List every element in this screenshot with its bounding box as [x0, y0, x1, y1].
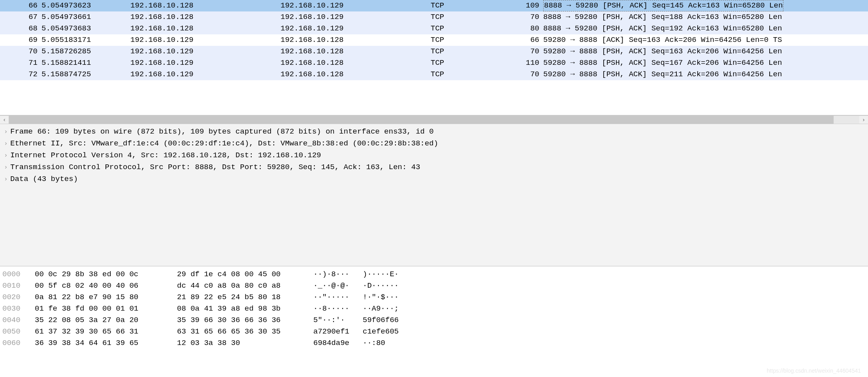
col-dst: 192.168.10.128 [281, 57, 431, 69]
col-len: 110 [514, 57, 543, 69]
col-time: 5.054973623 [41, 0, 130, 11]
col-dst: 192.168.10.129 [281, 23, 431, 34]
col-no: 67 [4, 11, 41, 23]
col-info: 8888 → 59280 [PSH, ACK] Seq=145 Ack=163 … [543, 0, 868, 11]
col-time: 5.055183171 [41, 34, 130, 46]
info-text: 59280 → 8888 [ACK] Seq=163 Ack=206 Win=6… [543, 34, 782, 46]
col-time: 5.054973683 [41, 23, 130, 34]
hex-ascii-group1: ··)·8··· [313, 269, 363, 280]
hex-ascii-group2: ··A9···; [363, 303, 399, 315]
col-dst: 192.168.10.128 [281, 34, 431, 46]
hex-bytes-group1: 01 fe 38 fd 00 00 01 01 [35, 303, 177, 315]
info-text: 8888 → 59280 [PSH, ACK] Seq=145 Ack=163 … [543, 0, 783, 11]
scroll-thumb[interactable] [9, 116, 834, 124]
hex-row[interactable]: 005061 37 32 39 30 65 66 3163 31 65 66 6… [2, 326, 868, 337]
detail-row[interactable]: ›Transmission Control Protocol, Src Port… [0, 161, 868, 173]
hex-offset: 0060 [2, 337, 35, 349]
hex-offset: 0030 [2, 303, 35, 315]
col-len: 70 [514, 69, 543, 80]
hex-bytes-group2: 08 0a 41 39 a8 ed 98 3b [177, 303, 313, 315]
col-proto: TCP [431, 0, 514, 11]
hex-row[interactable]: 001000 5f c8 02 40 00 40 06dc 44 c0 a8 0… [2, 280, 868, 292]
col-no: 66 [4, 0, 41, 11]
expand-icon[interactable]: › [2, 175, 10, 183]
hex-row[interactable]: 004035 22 08 05 3a 27 0a 2035 39 66 30 3… [2, 315, 868, 326]
packet-list-pane[interactable]: 665.054973623192.168.10.128192.168.10.12… [0, 0, 868, 115]
packet-row[interactable]: 695.055183171192.168.10.129192.168.10.12… [0, 34, 868, 46]
col-proto: TCP [431, 34, 514, 46]
col-src: 192.168.10.129 [130, 69, 281, 80]
info-text: 8888 → 59280 [PSH, ACK] Seq=188 Ack=163 … [543, 11, 782, 23]
detail-text: Transmission Control Protocol, Src Port:… [10, 163, 420, 172]
scroll-right-icon[interactable]: › [859, 117, 868, 123]
col-info: 8888 → 59280 [PSH, ACK] Seq=188 Ack=163 … [543, 11, 868, 23]
col-time: 5.054973661 [41, 11, 130, 23]
hex-row[interactable]: 000000 0c 29 8b 38 ed 00 0c29 df 1e c4 0… [2, 269, 868, 280]
packet-list-hscrollbar[interactable]: ‹ › [0, 115, 868, 124]
hex-bytes-group2: 29 df 1e c4 08 00 45 00 [177, 269, 313, 280]
detail-row[interactable]: ›Frame 66: 109 bytes on wire (872 bits),… [0, 126, 868, 138]
packet-bytes-pane[interactable]: 000000 0c 29 8b 38 ed 00 0c29 df 1e c4 0… [0, 266, 868, 349]
hex-ascii-group2: ··:80 [363, 337, 385, 349]
col-time: 5.158726285 [41, 46, 130, 57]
hex-ascii-group2: )·····E· [363, 269, 399, 280]
detail-text: Data (43 bytes) [10, 175, 78, 183]
hex-offset: 0000 [2, 269, 35, 280]
col-len: 109 [514, 0, 543, 11]
col-dst: 192.168.10.129 [281, 0, 431, 11]
hex-bytes-group1: 36 39 38 34 64 61 39 65 [35, 337, 177, 349]
packet-row[interactable]: 665.054973623192.168.10.128192.168.10.12… [0, 0, 868, 11]
col-dst: 192.168.10.128 [281, 46, 431, 57]
col-src: 192.168.10.129 [130, 46, 281, 57]
expand-icon[interactable]: › [2, 128, 10, 135]
hex-row[interactable]: 006036 39 38 34 64 61 39 6512 03 3a 38 3… [2, 337, 868, 349]
expand-icon[interactable]: › [2, 152, 10, 159]
packet-row[interactable]: 685.054973683192.168.10.128192.168.10.12… [0, 23, 868, 34]
col-dst: 192.168.10.129 [281, 11, 431, 23]
col-len: 70 [514, 11, 543, 23]
hex-row[interactable]: 00200a 81 22 b8 e7 90 15 8021 89 22 e5 2… [2, 292, 868, 303]
detail-row[interactable]: ›Internet Protocol Version 4, Src: 192.1… [0, 149, 868, 161]
hex-ascii-group2: ·D······ [363, 280, 399, 292]
hex-ascii-group1: ··8····· [313, 303, 363, 315]
hex-offset: 0050 [2, 326, 35, 337]
hex-ascii-group2: !·"·$··· [363, 292, 399, 303]
col-no: 68 [4, 23, 41, 34]
detail-row[interactable]: ›Ethernet II, Src: VMware_df:1e:c4 (00:0… [0, 138, 868, 149]
col-src: 192.168.10.128 [130, 23, 281, 34]
expand-icon[interactable]: › [2, 140, 10, 147]
col-info: 59280 → 8888 [PSH, ACK] Seq=211 Ack=206 … [543, 69, 868, 80]
packet-details-pane[interactable]: ›Frame 66: 109 bytes on wire (872 bits),… [0, 124, 868, 266]
hex-bytes-group1: 0a 81 22 b8 e7 90 15 80 [35, 292, 177, 303]
scroll-track[interactable] [9, 116, 859, 124]
col-len: 66 [514, 34, 543, 46]
packet-row[interactable]: 675.054973661192.168.10.128192.168.10.12… [0, 11, 868, 23]
info-text: 59280 → 8888 [PSH, ACK] Seq=163 Ack=206 … [543, 46, 782, 57]
expand-icon[interactable]: › [2, 164, 10, 171]
packet-row[interactable]: 715.158821411192.168.10.129192.168.10.12… [0, 57, 868, 69]
hex-offset: 0010 [2, 280, 35, 292]
col-no: 72 [4, 69, 41, 80]
col-no: 71 [4, 57, 41, 69]
col-info: 8888 → 59280 [PSH, ACK] Seq=192 Ack=163 … [543, 23, 868, 34]
col-proto: TCP [431, 11, 514, 23]
detail-text: Frame 66: 109 bytes on wire (872 bits), … [10, 127, 434, 136]
col-no: 70 [4, 46, 41, 57]
packet-row[interactable]: 705.158726285192.168.10.129192.168.10.12… [0, 46, 868, 57]
packet-row[interactable]: 725.158874725192.168.10.129192.168.10.12… [0, 69, 868, 80]
col-info: 59280 → 8888 [PSH, ACK] Seq=163 Ack=206 … [543, 46, 868, 57]
detail-text: Ethernet II, Src: VMware_df:1e:c4 (00:0c… [10, 139, 438, 148]
hex-ascii-group2: 59f06f66 [363, 315, 399, 326]
hex-bytes-group2: 63 31 65 66 65 36 30 35 [177, 326, 313, 337]
col-proto: TCP [431, 46, 514, 57]
hex-row[interactable]: 003001 fe 38 fd 00 00 01 0108 0a 41 39 a… [2, 303, 868, 315]
col-proto: TCP [431, 69, 514, 80]
hex-offset: 0040 [2, 315, 35, 326]
hex-ascii-group1: 5"··:'· [313, 315, 363, 326]
info-text: 8888 → 59280 [PSH, ACK] Seq=192 Ack=163 … [543, 23, 782, 34]
detail-row[interactable]: ›Data (43 bytes) [0, 173, 868, 185]
watermark-text: https://blog.csdn.net/weixin_44604541 [767, 368, 861, 374]
hex-ascii-group1: ·_··@·@· [313, 280, 363, 292]
scroll-left-icon[interactable]: ‹ [0, 117, 9, 123]
col-src: 192.168.10.128 [130, 0, 281, 11]
